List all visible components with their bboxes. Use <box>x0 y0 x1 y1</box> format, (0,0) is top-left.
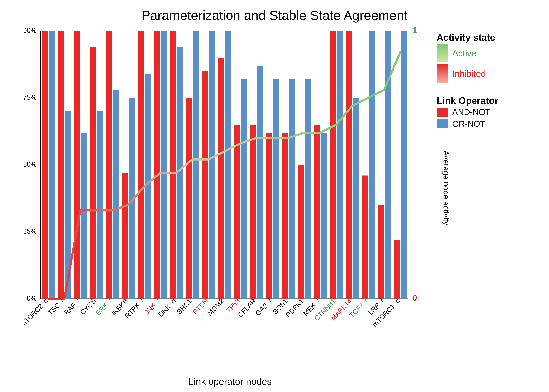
svg-rect-53 <box>282 133 288 299</box>
x-axis-label: Link operator nodes <box>23 376 436 387</box>
activity-state-title: Activity state <box>436 32 541 43</box>
svg-text:50%: 50% <box>23 160 36 168</box>
chart-title: Parameterization and Stable State Agreem… <box>141 8 408 23</box>
chart-area: Percent Agreement Average node activity … <box>0 26 549 392</box>
andnot-color-box <box>436 108 448 117</box>
svg-rect-61 <box>346 31 352 299</box>
svg-rect-24 <box>49 31 55 299</box>
svg-rect-48 <box>241 79 247 299</box>
svg-text:0%: 0% <box>27 294 36 302</box>
svg-rect-39 <box>170 31 176 299</box>
svg-rect-43 <box>202 71 208 299</box>
inhibited-label: Inhibited <box>452 69 486 79</box>
ornot-legend-item: OR-NOT <box>436 119 541 129</box>
svg-text:75%: 75% <box>23 93 36 101</box>
active-label: Active <box>452 48 477 58</box>
svg-rect-64 <box>369 31 375 299</box>
svg-text:0: 0 <box>413 293 417 302</box>
svg-rect-57 <box>314 125 320 299</box>
svg-rect-54 <box>289 79 295 299</box>
svg-rect-50 <box>257 66 263 299</box>
ornot-color-box <box>436 119 448 128</box>
svg-rect-29 <box>90 47 96 299</box>
svg-rect-33 <box>122 173 128 299</box>
svg-text:1: 1 <box>413 26 417 35</box>
link-operator-title: Link Operator <box>436 95 541 106</box>
svg-text:100%: 100% <box>23 26 36 34</box>
svg-rect-52 <box>273 79 279 299</box>
y-axis-right-label: Average node activity <box>442 150 451 225</box>
svg-rect-66 <box>385 31 391 299</box>
svg-rect-35 <box>138 31 144 299</box>
svg-rect-67 <box>394 240 400 299</box>
chart-container: Parameterization and Stable State Agreem… <box>0 0 549 392</box>
svg-rect-28 <box>81 133 87 299</box>
svg-rect-65 <box>378 205 384 299</box>
active-legend-item: Active <box>436 44 541 62</box>
svg-rect-59 <box>330 31 336 299</box>
svg-rect-32 <box>113 90 119 299</box>
svg-text:25%: 25% <box>23 227 36 235</box>
svg-rect-46 <box>225 31 231 299</box>
svg-rect-44 <box>209 31 215 299</box>
svg-rect-38 <box>161 31 167 299</box>
svg-rect-23 <box>42 31 48 299</box>
ornot-label: OR-NOT <box>452 119 485 129</box>
svg-rect-58 <box>321 133 327 299</box>
svg-rect-51 <box>266 133 272 299</box>
svg-rect-68 <box>401 31 407 299</box>
svg-rect-63 <box>362 175 368 299</box>
svg-rect-30 <box>97 111 103 299</box>
svg-rect-55 <box>298 165 304 299</box>
svg-rect-49 <box>250 125 256 299</box>
svg-rect-62 <box>353 98 359 299</box>
svg-rect-56 <box>305 79 311 299</box>
active-color-box <box>436 44 448 62</box>
link-operator-section: Link Operator AND-NOT OR-NOT <box>436 95 541 131</box>
svg-rect-42 <box>193 31 199 299</box>
plot-wrapper: Percent Agreement Average node activity … <box>23 26 436 350</box>
inhibited-color-box <box>436 64 448 83</box>
svg-rect-47 <box>234 125 240 299</box>
svg-rect-31 <box>106 31 112 299</box>
svg-rect-41 <box>186 98 192 299</box>
svg-rect-60 <box>337 31 343 299</box>
andnot-label: AND-NOT <box>452 107 490 117</box>
inhibited-legend-item: Inhibited <box>436 64 541 83</box>
legend-panel: Activity state Active Inhibited Link Ope… <box>436 32 541 392</box>
svg-rect-45 <box>218 58 224 299</box>
activity-state-section: Activity state Active Inhibited <box>436 32 541 85</box>
svg-rect-37 <box>154 31 160 299</box>
main-chart-svg: 0%25%50%75%100%01 mTORC2_cTSC_fRAF_fCYCS… <box>23 26 436 350</box>
svg-rect-27 <box>74 31 80 299</box>
andnot-legend-item: AND-NOT <box>436 107 541 117</box>
svg-rect-25 <box>58 31 64 299</box>
